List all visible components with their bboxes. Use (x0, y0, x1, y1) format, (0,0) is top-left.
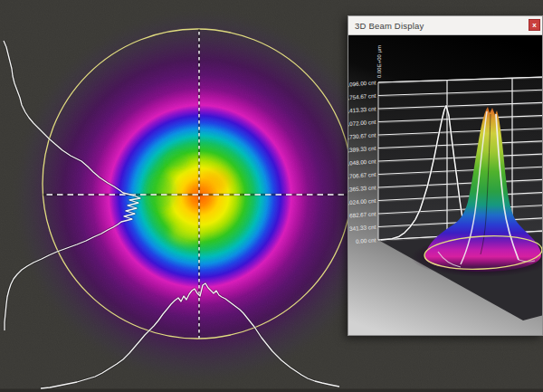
window-titlebar[interactable]: 3D Beam Display x (348, 16, 542, 35)
beam-profiler-workspace: 3D Beam Display x (0, 0, 543, 392)
bottom-edge-shade (0, 389, 543, 392)
beam-3d-window: 3D Beam Display x (348, 15, 543, 336)
close-icon: x (532, 21, 536, 28)
plot3d-canvas: 4,096.00 cnt3,754.67 cnt3,413.33 cnt3,07… (348, 35, 542, 335)
window-title: 3D Beam Display (348, 21, 424, 31)
close-button[interactable]: x (529, 19, 540, 31)
x-axis-label: 0.00E+00 µm (376, 45, 382, 78)
plot3d-area[interactable]: 4,096.00 cnt3,754.67 cnt3,413.33 cnt3,07… (348, 35, 542, 335)
